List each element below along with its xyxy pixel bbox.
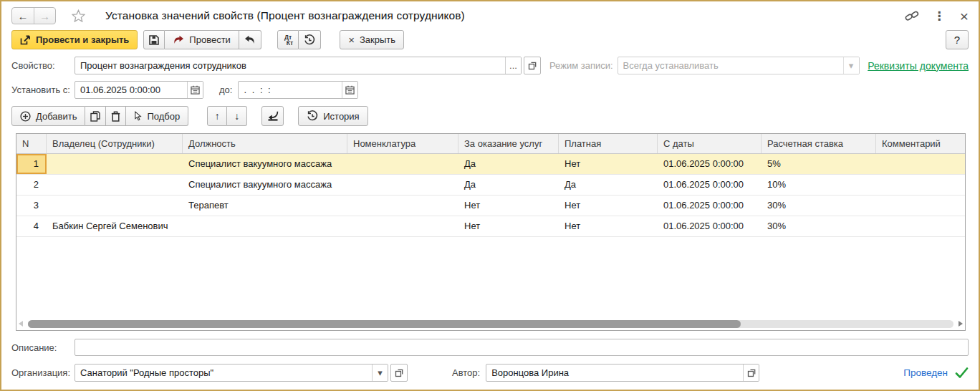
cell-from_date[interactable]: 01.06.2025 0:00:00 [658, 154, 762, 174]
cell-from_date[interactable]: 01.06.2025 0:00:00 [658, 216, 762, 236]
record-mode-value[interactable]: Всегда устанавливать [618, 60, 843, 71]
description-field[interactable] [75, 339, 969, 356]
dropdown-arrow-icon[interactable]: ▾ [372, 365, 388, 381]
organization-select[interactable]: Санаторий "Родные просторы" ▾ [75, 364, 388, 382]
cell-owner[interactable]: Бабкин Сергей Семенович [47, 216, 183, 236]
cell-nomenclature[interactable] [347, 154, 458, 174]
cell-nomenclature[interactable] [347, 175, 458, 195]
to-placeholder[interactable]: . . : : [239, 85, 342, 95]
end-edit-button[interactable] [261, 106, 284, 126]
property-values-table: NВладелец (Сотрудники)ДолжностьНоменклат… [16, 133, 966, 331]
cell-from_date[interactable]: 01.06.2025 0:00:00 [658, 175, 762, 195]
move-up-button[interactable]: ↑ [207, 106, 227, 126]
cell-rate[interactable]: 30% [762, 196, 876, 216]
movement-history-button[interactable] [299, 30, 321, 49]
forward-button[interactable]: → [34, 8, 55, 24]
cell-for_services[interactable]: Да [458, 154, 559, 174]
document-attributes-link[interactable]: Реквизиты документа [868, 60, 969, 72]
author-value[interactable]: Воронцова Ирина [486, 367, 743, 378]
cell-for_services[interactable]: Нет [458, 196, 559, 216]
table-row[interactable]: 4Бабкин Сергей СеменовичНетНет01.06.2025… [16, 216, 965, 237]
column-header-paid[interactable]: Платная [559, 134, 658, 153]
cell-paid[interactable]: Нет [559, 216, 658, 236]
favorite-star-icon[interactable] [72, 9, 85, 22]
cell-from_date[interactable]: 01.06.2025 0:00:00 [658, 196, 762, 216]
close-window-icon[interactable]: × [960, 9, 969, 24]
author-open-icon[interactable] [743, 365, 759, 381]
cell-nomenclature[interactable] [347, 216, 458, 236]
link-icon[interactable] [905, 9, 919, 22]
scrollbar-thumb[interactable] [28, 320, 741, 328]
column-header-position[interactable]: Должность [183, 134, 347, 153]
move-down-button[interactable]: ↓ [227, 106, 247, 126]
cell-position[interactable] [183, 216, 347, 236]
cell-n[interactable]: 3 [16, 196, 47, 216]
save-button[interactable] [143, 30, 165, 49]
back-button[interactable]: ← [12, 8, 34, 24]
cell-for_services[interactable]: Нет [458, 216, 559, 236]
organization-value[interactable]: Санаторий "Родные просторы" [75, 367, 372, 378]
copy-row-button[interactable] [85, 106, 106, 126]
cell-owner[interactable] [47, 154, 183, 174]
more-menu-icon[interactable]: ⋮ [933, 10, 946, 22]
table-row[interactable]: 1Специалист вакуумного массажаДаНет01.06… [16, 154, 965, 175]
cell-comment[interactable] [876, 175, 965, 195]
cell-rate[interactable]: 10% [762, 175, 876, 195]
calendar-icon[interactable] [342, 82, 357, 98]
cell-paid[interactable]: Нет [559, 154, 658, 174]
cell-comment[interactable] [876, 154, 965, 174]
scrollbar-track[interactable] [28, 320, 953, 328]
column-header-n[interactable]: N [16, 134, 47, 153]
set-from-value[interactable]: 01.06.2025 0:00:00 [75, 85, 187, 95]
set-from-field[interactable]: 01.06.2025 0:00:00 [75, 81, 203, 99]
property-more-button[interactable]: ... [505, 57, 521, 74]
author-field[interactable]: Воронцова Ирина [486, 364, 759, 382]
cell-n[interactable]: 2 [16, 175, 47, 195]
cell-owner[interactable] [47, 175, 183, 195]
column-header-nomenclature[interactable]: Номенклатура [347, 134, 458, 153]
cell-owner[interactable] [47, 196, 183, 216]
trash-icon [111, 111, 120, 122]
cell-paid[interactable]: Нет [559, 196, 658, 216]
undo-posting-button[interactable] [239, 30, 261, 49]
cell-position[interactable]: Специалист вакуумного массажа [183, 175, 347, 195]
to-field[interactable]: . . : : [238, 81, 358, 99]
record-mode-select[interactable]: Всегда устанавливать ▾ [618, 57, 860, 74]
cell-n[interactable]: 4 [16, 216, 47, 236]
horizontal-scrollbar[interactable] [19, 319, 963, 328]
cell-n[interactable]: 1 [16, 154, 47, 174]
history-button[interactable]: История [298, 106, 368, 126]
calendar-icon[interactable] [187, 82, 203, 98]
dr-cr-register-button[interactable]: ДтКт [277, 30, 299, 49]
column-header-for_services[interactable]: За оказание услуг [458, 134, 559, 153]
post-button[interactable]: Провести [165, 30, 239, 49]
cell-position[interactable]: Специалист вакуумного массажа [183, 154, 347, 174]
cell-comment[interactable] [876, 196, 965, 216]
cell-comment[interactable] [876, 216, 965, 236]
add-row-button[interactable]: Добавить [11, 106, 85, 126]
pick-button[interactable]: Подбор [126, 106, 188, 126]
dropdown-arrow-icon[interactable]: ▾ [843, 57, 859, 74]
scroll-right-icon[interactable] [959, 321, 963, 327]
cell-position[interactable]: Терапевт [183, 196, 347, 216]
table-row[interactable]: 2Специалист вакуумного массажаДаДа01.06.… [16, 175, 965, 196]
property-field[interactable]: Процент вознаграждения сотрудников ... [75, 57, 522, 74]
scroll-left-icon[interactable] [19, 321, 23, 327]
column-header-comment[interactable]: Комментарий [876, 134, 965, 153]
column-header-from_date[interactable]: С даты [658, 134, 762, 153]
cell-nomenclature[interactable] [347, 196, 458, 216]
cell-rate[interactable]: 5% [762, 154, 876, 174]
column-header-rate[interactable]: Расчетная ставка [762, 134, 876, 153]
help-button[interactable]: ? [946, 30, 969, 49]
cell-rate[interactable]: 30% [762, 216, 876, 236]
close-button[interactable]: × Закрыть [340, 30, 404, 49]
post-and-close-button[interactable]: Провести и закрыть [11, 30, 138, 49]
column-header-owner[interactable]: Владелец (Сотрудники) [47, 134, 183, 153]
organization-open-button[interactable] [390, 364, 408, 382]
property-open-button[interactable] [524, 57, 541, 74]
cell-for_services[interactable]: Да [458, 175, 559, 195]
cell-paid[interactable]: Да [559, 175, 658, 195]
delete-row-button[interactable] [106, 106, 126, 126]
property-value[interactable]: Процент вознаграждения сотрудников [75, 60, 505, 71]
table-row[interactable]: 3ТерапевтНетНет01.06.2025 0:00:0030% [16, 196, 965, 216]
